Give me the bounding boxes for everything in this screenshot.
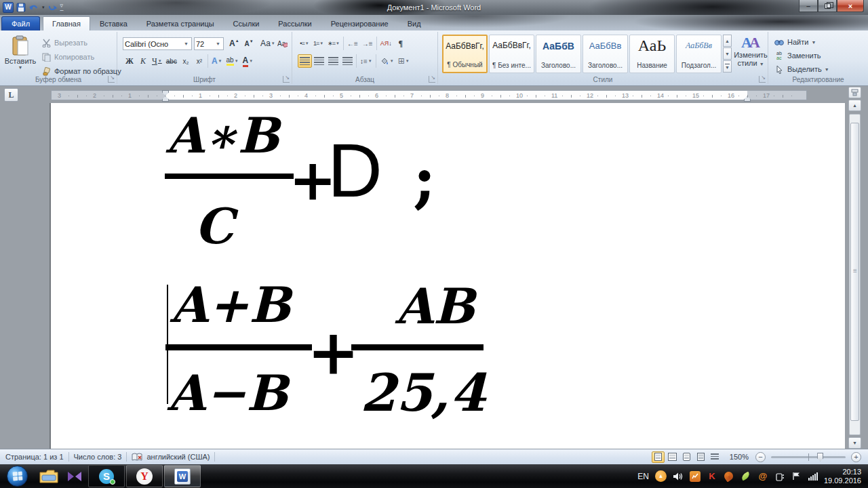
shading-button[interactable]: ▼ (378, 54, 396, 68)
change-styles-button[interactable]: АА Изменить стили ▼ (734, 35, 768, 67)
styles-gallery-down-button[interactable]: ▼ (723, 47, 732, 60)
show-hidden-icons-button[interactable]: ▲ (655, 470, 667, 482)
style-subtitle[interactable]: АаБбВв Подзагол... (676, 35, 722, 73)
increase-indent-button[interactable]: →≡ (360, 37, 375, 50)
justify-button[interactable] (340, 54, 355, 68)
document-page[interactable]: A∗B C + D ; A+B A−B + AB 25,4 (51, 103, 845, 449)
zoom-out-button[interactable]: − (755, 452, 766, 462)
numbering-button[interactable]: 1≡▼ (311, 37, 326, 50)
page-indicator[interactable]: Страница: 1 из 1 (5, 453, 64, 461)
replace-button[interactable]: abac Заменить (774, 50, 821, 61)
tray-leaf-icon[interactable] (741, 471, 751, 482)
tab-stop-selector[interactable]: L (4, 88, 18, 102)
sort-button[interactable]: АЯ↓ (378, 37, 394, 50)
highlight-button[interactable]: ab▼ (224, 54, 241, 68)
clear-formatting-button[interactable]: Аа (275, 37, 290, 50)
align-right-button[interactable] (326, 54, 340, 68)
scroll-down-button[interactable]: ▼ (848, 437, 861, 449)
italic-button[interactable]: К (136, 54, 150, 68)
paste-button[interactable]: Вставить ▼ (5, 35, 36, 70)
strikethrough-button[interactable]: abc (164, 54, 179, 68)
start-button[interactable] (7, 466, 28, 487)
superscript-button[interactable]: x² (193, 54, 206, 68)
tab-page-layout[interactable]: Разметка страницы (137, 16, 224, 30)
tray-guard-icon[interactable] (690, 471, 701, 482)
zoom-slider-track[interactable] (771, 456, 846, 458)
tab-view[interactable]: Вид (398, 16, 431, 30)
style-normal[interactable]: АаБбВвГг, ¶ Обычный (442, 35, 488, 73)
view-web-layout-button[interactable] (680, 451, 693, 463)
borders-button[interactable]: ⊞▼ (396, 54, 412, 68)
subscript-button[interactable]: x₂ (179, 54, 193, 68)
font-size-dropdown-icon[interactable]: ▼ (214, 41, 222, 46)
scrollbar-track[interactable] (849, 114, 861, 435)
align-center-button[interactable] (312, 54, 326, 68)
style-heading1[interactable]: АаБбВ Заголово... (536, 35, 581, 73)
bullets-button[interactable]: •≡▼ (298, 37, 311, 50)
tray-mailru-agent-icon[interactable]: @ (757, 471, 768, 482)
show-marks-button[interactable]: ¶ (394, 37, 408, 50)
taskbar-word-button[interactable]: W (164, 465, 201, 487)
grow-font-button[interactable]: А▲ (227, 37, 241, 50)
styles-gallery-more-button[interactable]: ▼ (723, 60, 732, 73)
minimize-button[interactable]: – (799, 0, 818, 12)
decrease-indent-button[interactable]: ←≡ (345, 37, 360, 50)
tab-review[interactable]: Рецензирование (321, 16, 398, 30)
font-size-combo[interactable]: 72▼ (194, 37, 224, 50)
scrollbar-thumb[interactable] (850, 123, 859, 421)
multilevel-list-button[interactable]: ∗≡▼ (326, 37, 342, 50)
tab-references[interactable]: Ссылки (224, 16, 269, 30)
format-painter-button[interactable]: Формат по образцу (41, 66, 121, 77)
styles-gallery-up-button[interactable]: ▲ (723, 35, 732, 47)
font-name-combo[interactable]: Calibri (Осно▼ (123, 37, 192, 50)
action-center-flag-icon[interactable] (791, 471, 802, 482)
tray-ccleaner-icon[interactable] (724, 471, 734, 482)
tab-insert[interactable]: Вставка (90, 16, 137, 30)
tab-file[interactable]: Файл (1, 16, 40, 30)
network-signal-icon[interactable] (808, 472, 818, 481)
style-heading2[interactable]: АаБбВв Заголово... (583, 35, 628, 73)
line-spacing-button[interactable]: ↕≡▼ (358, 54, 374, 68)
zoom-slider-thumb[interactable] (817, 453, 823, 462)
clipboard-dialog-launcher[interactable] (108, 76, 115, 83)
zoom-in-button[interactable]: + (851, 452, 861, 462)
style-no-spacing[interactable]: АаБбВвГг, ¶ Без инте... (489, 35, 534, 73)
view-fullscreen-reading-button[interactable] (666, 451, 679, 463)
cut-button[interactable]: Вырезать (41, 37, 87, 48)
word-count[interactable]: Число слов: 3 (74, 453, 122, 461)
taskbar-explorer-button[interactable] (37, 466, 60, 487)
undo-button[interactable] (28, 3, 39, 12)
taskbar-kmplayer-button[interactable] (63, 466, 86, 487)
customize-qat-button[interactable]: ▿– (60, 0, 64, 16)
view-print-layout-button[interactable] (652, 451, 665, 463)
tab-mailings[interactable]: Рассылки (269, 16, 321, 30)
redo-button[interactable] (47, 3, 58, 12)
language-indicator[interactable]: английский (США) (146, 453, 210, 461)
font-name-dropdown-icon[interactable]: ▼ (182, 41, 190, 46)
volume-icon[interactable] (673, 471, 684, 482)
restore-button[interactable] (818, 0, 837, 12)
taskbar-yandex-button[interactable]: Y (126, 465, 163, 487)
style-title[interactable]: АаЬ Название (629, 35, 675, 73)
bold-button[interactable]: Ж (123, 54, 136, 68)
tray-kaspersky-icon[interactable]: K (707, 471, 717, 482)
scroll-up-button[interactable]: ▲ (848, 100, 861, 111)
align-left-button[interactable] (298, 54, 312, 68)
horizontal-ruler[interactable]: 1231234567891011121314151617 (51, 90, 807, 100)
language-switcher[interactable]: EN (637, 472, 649, 481)
tab-home[interactable]: Главная (43, 16, 90, 30)
font-dialog-launcher[interactable] (283, 76, 290, 83)
word-app-icon[interactable]: W (3, 2, 14, 13)
proofing-status-icon[interactable] (132, 451, 142, 462)
zoom-level[interactable]: 150% (730, 453, 749, 461)
underline-button[interactable]: Ч▼ (150, 54, 164, 68)
paragraph-dialog-launcher[interactable] (429, 76, 435, 83)
ruler-toggle-button[interactable] (848, 87, 861, 98)
find-button[interactable]: Найти▼ (774, 37, 816, 47)
change-case-button[interactable]: Аа▼ (258, 37, 277, 50)
styles-dialog-launcher[interactable] (759, 76, 766, 83)
select-button[interactable]: Выделить▼ (774, 64, 829, 75)
text-effects-button[interactable]: А▼ (210, 54, 224, 68)
save-button[interactable] (16, 3, 26, 12)
power-plug-icon[interactable] (774, 471, 785, 482)
